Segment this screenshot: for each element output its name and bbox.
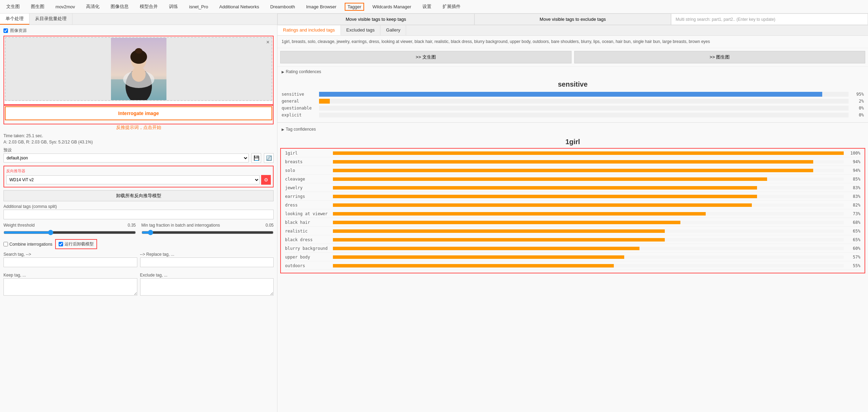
keep-tag-col: Keep tag, ... (3, 273, 137, 297)
tag-track-upper-body (333, 255, 844, 259)
tag-confidences-label: Tag confidences (286, 127, 316, 132)
nav-shezhi[interactable]: 设置 (420, 2, 434, 11)
nav-kuozhanchajian[interactable]: 扩展插件 (440, 2, 463, 11)
tag-track-outdoors (333, 264, 844, 268)
combine-interrogations-checkbox[interactable] (3, 242, 8, 246)
tag-pct-solo: 94% (846, 168, 860, 173)
search-tag-input[interactable] (3, 257, 137, 267)
rating-confidences-header[interactable]: ▶ Rating confidences (282, 68, 864, 76)
nav-mov2mov[interactable]: mov2mov (53, 3, 78, 11)
left-panel-content: 图像资源 (0, 25, 277, 302)
unload-button[interactable]: 卸载所有反向推导模型 (3, 190, 274, 201)
interrogate-wrapper: Interrogate image (3, 105, 274, 124)
rating-fill-sensitive (319, 92, 822, 97)
tag-label-cleavage: cleavage (285, 176, 330, 182)
combine-interrogations-label: Combine interrogations (9, 242, 52, 247)
weight-threshold-value: 0.35 (128, 223, 136, 229)
tab-single-process[interactable]: 单个处理 (0, 14, 29, 25)
image-source-checkbox[interactable] (3, 28, 8, 33)
additional-tags-input[interactable] (3, 210, 274, 219)
refresh-preset-button[interactable]: 🔄 (264, 153, 274, 163)
tag-bar-realistic: realistic 65% (285, 228, 860, 235)
nav-image-browser[interactable]: Image Browser (303, 3, 339, 11)
replace-tag-label: --> Replace tag, ... (140, 252, 274, 257)
tag-bar-1girl: 1girl 100% (285, 150, 860, 157)
move-to-exclude-button[interactable]: Move visible tags to exclude tags (474, 14, 671, 25)
move-to-keep-button[interactable]: Move visible tags to keep tags (277, 14, 474, 25)
rating-bar-questionable: questionable 0% (282, 106, 864, 111)
tag-label-blurry-background: blurry background (285, 245, 330, 252)
nav-additional-networks[interactable]: Additional Networks (216, 3, 262, 11)
tag-fill-realistic (333, 229, 665, 233)
tag-pct-looking-at-viewer: 73% (846, 211, 860, 216)
to-text2img-button[interactable]: >> 文生图 (280, 51, 571, 63)
interrogate-button[interactable]: Interrogate image (5, 106, 272, 120)
nav-tagger[interactable]: Tagger (345, 3, 364, 11)
image-drop-area[interactable]: × (5, 37, 272, 101)
replace-tag-col: --> Replace tag, ... (140, 252, 274, 270)
tag-track-jewelry (333, 186, 844, 190)
weight-threshold-slider[interactable] (3, 230, 136, 235)
nav-moxinghebingta[interactable]: 模型合并 (137, 2, 161, 11)
exclude-tag-textarea[interactable] (140, 278, 274, 296)
tab-gallery[interactable]: Gallery (380, 25, 406, 35)
rating-pct-sensitive: 95% (851, 92, 864, 97)
tag-fill-dress (333, 203, 752, 207)
min-tag-fraction-value: 0.05 (266, 223, 274, 229)
tab-ratings-included[interactable]: Ratings and included tags (277, 25, 341, 35)
tag-pct-outdoors: 55% (846, 263, 860, 268)
search-replace-row: Search tag, --> --> Replace tag, ... (3, 252, 274, 270)
tag-bar-jewelry: jewelry 83% (285, 185, 860, 192)
rating-bar-sensitive: sensitive 95% (282, 92, 864, 97)
tag-fill-breasts (333, 160, 813, 164)
combine-interrogations-checkbox-label[interactable]: Combine interrogations (3, 242, 52, 247)
main-layout: 单个处理 从目录批量处理 图像资源 (0, 14, 868, 412)
tag-pct-breasts: 94% (846, 159, 860, 164)
additional-tags-label: Additional tags (comma split) (3, 204, 274, 209)
min-tag-fraction-slider[interactable] (141, 230, 274, 235)
to-img2img-button[interactable]: >> 图生图 (574, 51, 866, 63)
nav-dreambooth[interactable]: Dreambooth (267, 3, 298, 11)
rating-track-explicit (319, 113, 849, 117)
tag-fill-blurry-background (333, 247, 639, 250)
nav-tushengtu[interactable]: 图生图 (28, 2, 47, 11)
subtitle-text: 反推提示词，点击开始 (3, 124, 274, 131)
rating-track-questionable (319, 106, 849, 111)
rating-label-questionable: questionable (282, 106, 316, 111)
nav-gaoquinghua[interactable]: 高清化 (83, 2, 102, 11)
left-panel: 单个处理 从目录批量处理 图像资源 (0, 14, 277, 412)
tag-confidences-header[interactable]: ▶ Tag confidences (282, 125, 864, 133)
model-section: 反向推导器 WD14 ViT v2 ⚙ (3, 166, 274, 187)
save-preset-button[interactable]: 💾 (251, 153, 261, 163)
tab-excluded-tags[interactable]: Excluded tags (341, 25, 381, 35)
run-after-unload-checkbox[interactable] (59, 242, 63, 246)
model-settings-button[interactable]: ⚙ (261, 175, 271, 185)
tag-pct-black-hair: 68% (846, 220, 860, 225)
nav-tuxiangxinxi[interactable]: 图像信息 (108, 2, 131, 11)
nav-xunlian[interactable]: 训练 (166, 2, 181, 11)
keep-tag-textarea[interactable] (3, 278, 137, 296)
tag-track-solo (333, 169, 844, 172)
rating-pct-explicit: 0% (851, 113, 864, 117)
rating-bar-explicit: explicit 0% (282, 113, 864, 117)
tag-label-solo: solo (285, 167, 330, 174)
tag-label-jewelry: jewelry (285, 185, 330, 191)
search-bar: Multi string search: part1, part2.. (Ent… (671, 14, 868, 25)
preset-select[interactable]: default.json (3, 154, 249, 163)
model-select[interactable]: WD14 ViT v2 (6, 175, 260, 184)
nav-wildcards-manager[interactable]: Wildcards Manager (370, 3, 414, 11)
nav-isnet-pro[interactable]: isnet_Pro (186, 3, 211, 11)
tab-batch-process[interactable]: 从目录批量处理 (29, 14, 72, 25)
weight-threshold-label: Weight threshold (3, 223, 35, 228)
tag-track-black-hair (333, 221, 844, 224)
svg-point-8 (135, 48, 142, 54)
tag-bar-upper-body: upper body 57% (285, 254, 860, 261)
nav-wenshengtu[interactable]: 文生图 (3, 2, 23, 11)
image-close-icon[interactable]: × (266, 39, 269, 45)
model-section-label: 反向推导器 (6, 168, 271, 174)
tag-fill-cleavage (333, 177, 767, 181)
replace-tag-input[interactable] (140, 257, 274, 267)
preset-row: default.json 💾 🔄 (3, 153, 274, 163)
rating-confidences-section: ▶ Rating confidences (277, 67, 868, 77)
tag-label-looking-at-viewer: looking at viewer (285, 211, 330, 217)
